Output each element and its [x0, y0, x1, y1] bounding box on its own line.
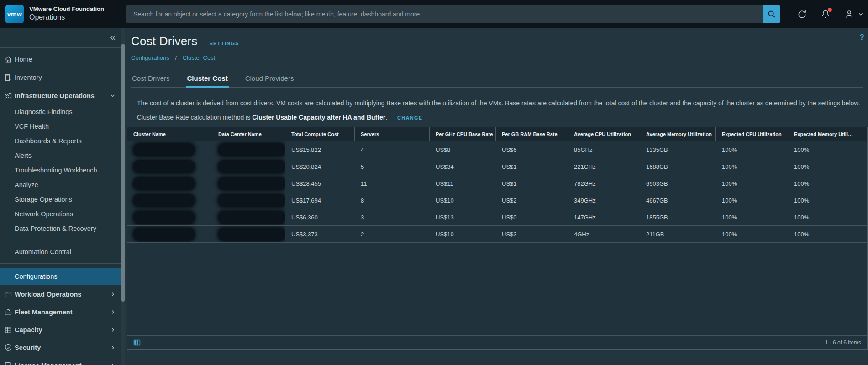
column-header-label: Per GB RAM Base Rate: [502, 131, 558, 137]
vertical-scrollbar[interactable]: [121, 28, 125, 365]
cell-average-cpu-utilization: 147GHz: [568, 209, 640, 225]
column-header-average-memory-utilization[interactable]: Average Memory Utilization: [640, 127, 716, 141]
notifications-button[interactable]: [820, 9, 831, 20]
cell-expected-memory-utilization: 100%: [788, 141, 867, 158]
redacted-value: [133, 160, 195, 173]
chevron-right-icon: [110, 292, 116, 297]
cell-data-center-name: [212, 226, 285, 242]
chevron-right-icon: [110, 309, 116, 315]
user-icon: [844, 9, 855, 20]
notification-dot: [828, 8, 832, 12]
cell-per-ghz-cpu-base-rate: US$10: [430, 226, 496, 242]
table-body: US$15,8224US$8US$685GHz1335GB100%100%US$…: [127, 141, 867, 243]
sidebar-item-capacity[interactable]: Capacity: [0, 321, 121, 339]
sidebar-item-fleet-management[interactable]: Fleet Management: [0, 303, 121, 321]
column-header-per-gb-ram-base-rate[interactable]: Per GB RAM Base Rate: [496, 127, 568, 141]
column-header-cluster-name[interactable]: Cluster Name: [127, 127, 212, 141]
sidebar: « HomeInventoryInfrastructure Operations…: [0, 28, 121, 365]
settings-link[interactable]: SETTINGS: [209, 41, 239, 46]
sidebar-item-label: Capacity: [15, 326, 42, 334]
cell-average-memory-utilization: 6903GB: [640, 175, 716, 192]
cell-expected-cpu-utilization: 100%: [716, 141, 788, 158]
help-icon[interactable]: ?: [860, 33, 864, 42]
sidebar-item-storage-operations[interactable]: Storage Operations: [0, 192, 121, 207]
cell-average-cpu-utilization: 85GHz: [568, 141, 640, 158]
column-header-label: Average Memory Utilization: [646, 131, 712, 137]
column-header-per-ghz-cpu-base-rate[interactable]: Per GHz CPU Base Rate: [430, 127, 496, 141]
sidebar-item-license-management[interactable]: License Management: [0, 356, 121, 365]
sidebar-item-configurations[interactable]: Configurations: [0, 268, 121, 285]
table-row[interactable]: US$20,8245US$34US$1221GHz1688GB100%100%: [127, 158, 867, 175]
sidebar-collapse-button[interactable]: «: [110, 31, 116, 42]
column-header-servers[interactable]: Servers: [355, 127, 430, 141]
column-header-average-cpu-utilization[interactable]: Average CPU Utilization: [568, 127, 640, 141]
table-row[interactable]: US$3,3732US$10US$34GHz211GB100%100%: [127, 226, 867, 243]
chevron-down-icon: [110, 93, 116, 99]
sidebar-item-inventory[interactable]: Inventory: [0, 68, 121, 87]
sidebar-item-dashboards-reports[interactable]: Dashboards & Reports: [0, 134, 121, 148]
column-header-expected-cpu-utilization[interactable]: Expected CPU Utilization: [716, 127, 788, 141]
table-header-row: Cluster NameData Center NameTotal Comput…: [127, 127, 867, 141]
cell-cluster-name: [127, 192, 212, 209]
search-button[interactable]: [763, 5, 780, 23]
breadcrumb: Configurations / Cluster Cost: [121, 54, 868, 61]
table-row[interactable]: US$15,8224US$8US$685GHz1335GB100%100%: [127, 141, 867, 158]
change-link[interactable]: CHANGE: [397, 115, 423, 120]
security-icon: [4, 344, 12, 352]
column-header-label: Servers: [361, 131, 379, 137]
sidebar-item-data-protection-recovery[interactable]: Data Protection & Recovery: [0, 221, 121, 236]
global-search-input[interactable]: [126, 5, 763, 23]
table-row[interactable]: US$28,45511US$11US$1782GHz6903GB100%100%: [127, 175, 867, 192]
sidebar-item-analyze[interactable]: Analyze: [0, 177, 121, 192]
infrastructure-icon: [4, 92, 12, 100]
cell-servers: 4: [355, 141, 430, 158]
sidebar-item-vcf-health[interactable]: VCF Health: [0, 119, 121, 134]
sidebar-item-infrastructure-operations[interactable]: Infrastructure Operations: [0, 87, 121, 104]
redacted-value: [133, 143, 195, 156]
sidebar-item-security[interactable]: Security: [0, 339, 121, 356]
column-header-expected-memory-utilization[interactable]: Expected Memory Utilization: [788, 127, 867, 141]
user-menu-button[interactable]: [844, 9, 863, 20]
sidebar-item-network-operations[interactable]: Network Operations: [0, 207, 121, 221]
top-header: vmw VMware Cloud Foundation Operations: [0, 0, 868, 28]
sidebar-item-home[interactable]: Home: [0, 50, 121, 68]
column-toggle-button[interactable]: [133, 339, 141, 346]
scrollbar-thumb[interactable]: [121, 44, 125, 302]
sidebar-item-troubleshooting-workbench[interactable]: Troubleshooting Workbench: [0, 163, 121, 177]
method-prefix: Cluster Base Rate calculation method is: [137, 114, 250, 121]
tab-cloud-providers[interactable]: Cloud Providers: [244, 73, 295, 88]
tab-cost-drivers[interactable]: Cost Drivers: [131, 73, 171, 88]
sidebar-item-label: Diagnostic Findings: [15, 108, 73, 115]
cell-data-center-name: [212, 175, 285, 192]
breadcrumb-link-configurations[interactable]: Configurations: [131, 54, 169, 61]
product-name: VMware Cloud Foundation: [29, 5, 104, 13]
breadcrumb-link-cluster-cost[interactable]: Cluster Cost: [183, 54, 216, 61]
refresh-button[interactable]: [797, 9, 807, 20]
redacted-value: [133, 194, 195, 207]
column-header-total-compute-cost[interactable]: Total Compute Cost: [285, 127, 355, 141]
sidebar-item-label: Data Protection & Recovery: [15, 225, 96, 232]
cell-per-gb-ram-base-rate: US$6: [496, 141, 568, 158]
redacted-value: [218, 143, 285, 156]
table-row[interactable]: US$17,6948US$10US$2349GHz4667GB100%100%: [127, 192, 867, 209]
cell-cluster-name: [127, 226, 212, 242]
column-header-label: Average CPU Utilization: [574, 131, 631, 137]
table-row[interactable]: US$6,3603US$13US$0147GHz1855GB100%100%: [127, 209, 867, 226]
sidebar-item-diagnostic-findings[interactable]: Diagnostic Findings: [0, 104, 121, 119]
cell-data-center-name: [212, 141, 285, 158]
sidebar-item-alerts[interactable]: Alerts: [0, 148, 121, 163]
redacted-value: [133, 228, 195, 241]
tab-cluster-cost[interactable]: Cluster Cost: [186, 73, 229, 88]
cell-average-cpu-utilization: 221GHz: [568, 158, 640, 175]
cell-per-gb-ram-base-rate: US$3: [496, 226, 568, 242]
cell-expected-memory-utilization: 100%: [788, 226, 867, 242]
redacted-value: [218, 228, 285, 241]
chevron-right-icon: [110, 327, 116, 333]
column-header-data-center-name[interactable]: Data Center Name: [212, 127, 285, 141]
sidebar-item-workload-operations[interactable]: Workload Operations: [0, 285, 121, 303]
cell-per-gb-ram-base-rate: US$2: [496, 192, 568, 209]
product-suite: Operations: [29, 13, 104, 22]
sidebar-item-label: Dashboards & Reports: [15, 137, 82, 145]
sidebar-item-automation-central[interactable]: Automation Central: [0, 245, 121, 259]
redacted-value: [133, 177, 195, 190]
